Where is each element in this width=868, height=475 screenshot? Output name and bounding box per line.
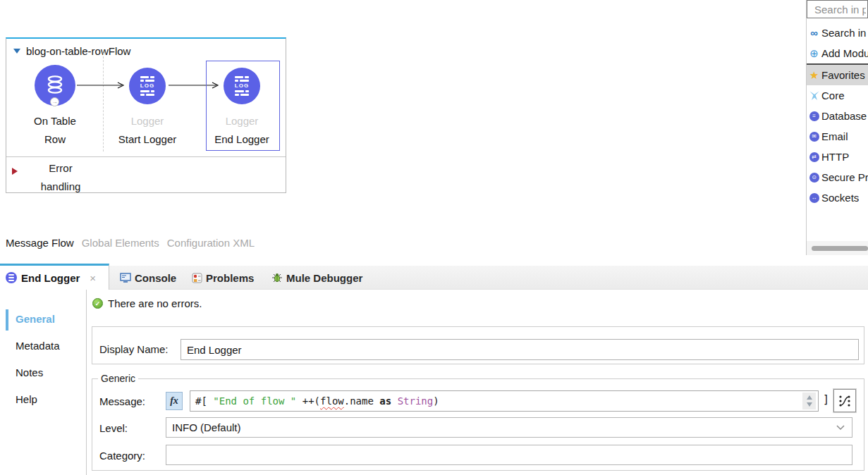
node-end-logger[interactable]: LOG [224,68,260,104]
node-on-table-row[interactable]: → [35,65,75,106]
tab-configuration-xml[interactable]: Configuration XML [167,237,255,249]
display-name-input[interactable] [181,339,859,360]
palette-list: ∞ Search in Exchange ⊕ Add Modules ★ Fav… [807,23,868,208]
level-dropdown[interactable]: INFO (Default) [166,417,852,438]
tab-console[interactable]: Console [120,266,176,290]
trigger-arrow-badge: → [50,97,59,106]
chevron-down-icon [836,425,845,431]
logger-icon: LOG [235,76,249,96]
properties-panel: General Metadata Notes Help ✓ There are … [0,290,868,475]
console-icon [120,273,131,283]
database-icon [45,75,65,96]
sidebar-item-notes[interactable]: Notes [16,366,43,378]
sidebar-divider [86,290,87,475]
tab-global-elements[interactable]: Global Elements [82,237,159,249]
palette-item-favorites[interactable]: ★ Favorites [807,65,868,85]
palette-item-database[interactable]: ≡ Database [807,106,868,126]
logger-icon [6,272,17,283]
status-text: There are no errors. [108,297,202,309]
spinner-down-icon [807,402,812,407]
exchange-icon: ∞ [809,27,819,38]
source-divider [103,53,104,152]
error-handling-label[interactable]: Error handling [15,159,106,196]
expression-close-bracket: ] [823,393,829,406]
message-label: Message: [99,395,145,407]
palette-item-http[interactable]: ⇄ HTTP [807,147,868,167]
palette-scroll-area [807,241,868,255]
flow-arrow [77,82,129,89]
sockets-icon: ↔ [809,193,819,203]
message-expression-field[interactable]: #[ "End of flow " ++(flow.name as String… [190,390,819,412]
tab-mule-debugger[interactable]: Mule Debugger [271,266,362,290]
dataweave-mapping-icon [838,395,851,407]
generic-group: Generic Message: fx #[ "End of flow " ++… [92,378,864,471]
tab-problems[interactable]: Problems [192,266,254,290]
anypoint-studio-window: blog-on-table-rowFlow → LOG [0,0,868,475]
error-section-divider [6,156,286,157]
category-input[interactable] [166,445,852,465]
collapse-flow-icon[interactable] [13,49,20,54]
category-label: Category: [99,450,145,462]
mule-palette: ∞ Search in Exchange ⊕ Add Modules ★ Fav… [806,0,868,255]
flow-editor-tabs: Message Flow Global Elements Configurati… [6,237,255,249]
palette-item-sockets[interactable]: ↔ Sockets [807,187,868,208]
spinner-up-icon [807,395,812,400]
tab-end-logger[interactable]: End Logger × [0,264,109,290]
add-module-icon: ⊕ [809,48,819,58]
display-name-group: Display Name: [92,326,864,364]
palette-item-search-exchange[interactable]: ∞ Search in Exchange [807,23,868,43]
logger-icon: LOG [140,76,154,96]
generic-legend: Generic [98,373,138,384]
problems-icon [192,273,202,283]
node-label-start-logger: Logger Start Logger [105,112,190,149]
flow-container: blog-on-table-rowFlow → LOG [6,37,286,193]
message-spinner[interactable] [802,393,816,409]
email-icon: ✉ [809,132,819,142]
close-icon[interactable]: × [90,273,96,283]
node-label-end-logger: Logger End Logger [200,112,284,149]
fx-expression-toggle[interactable]: fx [166,392,183,410]
display-name-label: Display Name: [99,343,169,355]
status-row: ✓ There are no errors. [92,297,202,309]
flow-title: blog-on-table-rowFlow [26,45,130,57]
sidebar-item-help[interactable]: Help [16,393,37,405]
node-start-logger[interactable]: LOG [129,68,166,104]
palette-search-input[interactable] [807,0,868,18]
debugger-bug-icon [271,272,283,283]
sidebar-item-general[interactable]: General [16,313,55,325]
level-label: Level: [99,422,128,434]
palette-item-core[interactable]: Core [807,85,868,106]
core-icon [809,90,819,101]
flow-header[interactable]: blog-on-table-rowFlow [6,43,130,58]
tab-message-flow[interactable]: Message Flow [6,237,74,249]
database-icon: ≡ [809,111,819,121]
node-label-on-table-row: On Table Row [13,112,97,149]
palette-item-email[interactable]: ✉ Email [807,126,868,147]
no-errors-check-icon: ✓ [92,298,103,309]
sidebar-item-metadata[interactable]: Metadata [16,340,60,352]
http-icon: ⇄ [809,152,819,162]
palette-item-secure-properties[interactable]: ⊙ Secure Properties [807,167,868,187]
open-expression-editor-button[interactable] [833,389,856,412]
secure-properties-icon: ⊙ [809,173,819,183]
active-tab-indicator [6,309,8,331]
star-icon: ★ [809,70,819,80]
horizontal-scrollbar[interactable] [812,246,868,251]
palette-item-add-modules[interactable]: ⊕ Add Modules [807,43,868,63]
